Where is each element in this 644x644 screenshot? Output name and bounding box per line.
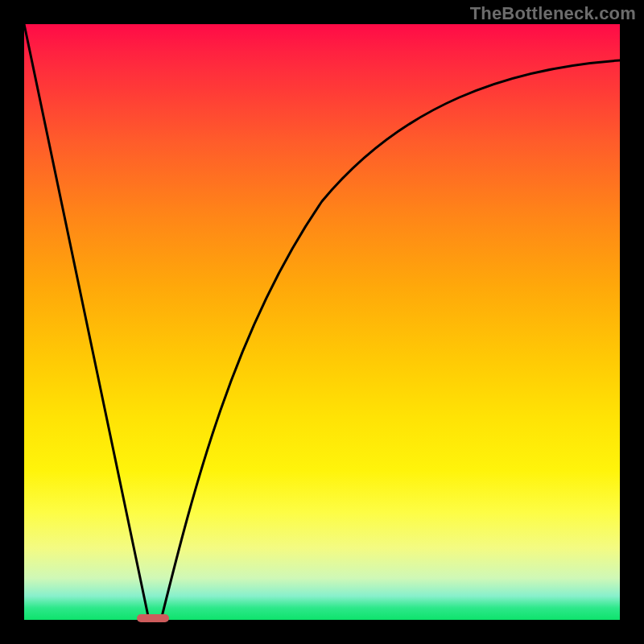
optimal-range-marker [137,614,169,622]
watermark-text: TheBottleneck.com [470,3,636,24]
chart-frame: TheBottleneck.com [0,0,644,644]
bottleneck-curve [24,24,620,620]
plot-area [24,24,620,620]
curve-path [24,24,620,620]
